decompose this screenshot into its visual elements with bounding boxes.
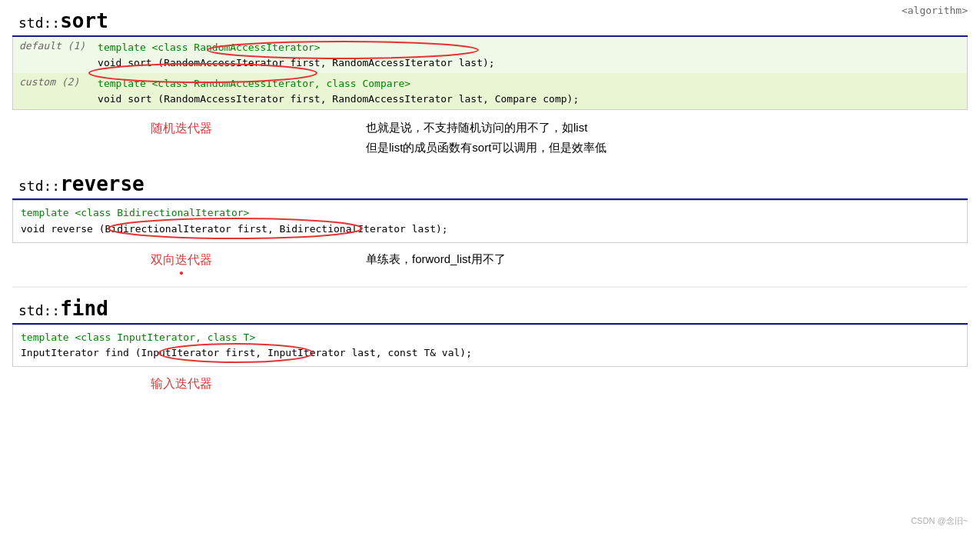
reverse-dot: ●: [12, 268, 350, 277]
sort-header: std:: sort: [12, 6, 968, 37]
sort-custom-line1: template <class RandomAccessIterator, cl…: [98, 76, 961, 92]
reverse-annotation-label: 双向迭代器: [151, 253, 212, 266]
find-func-name: find: [60, 297, 108, 320]
sort-code-table: default (1) template <class RandomAccess…: [12, 37, 968, 110]
reverse-ann-left: 双向迭代器 ●: [12, 249, 350, 277]
reverse-line2: void reverse (BidirectionalIterator firs…: [21, 223, 448, 235]
find-annotation-row: 输入迭代器: [12, 367, 968, 398]
reverse-annotation-text: 单练表，forword_list用不了: [366, 249, 968, 269]
sort-section: std:: sort default (1) template <class R…: [12, 6, 968, 163]
find-code-block: template <class InputIterator, class T> …: [12, 325, 968, 368]
reverse-code-wrapper: template <class BidirectionalIterator> v…: [12, 200, 968, 243]
find-std-prefix: std::: [18, 302, 60, 318]
sort-annotation-text1: 也就是说，不支持随机访问的用不了，如list: [366, 118, 968, 138]
find-ann-left: 输入迭代器: [12, 373, 350, 392]
find-line2: InputIterator find (InputIterator first,…: [21, 347, 472, 358]
sort-func-name: sort: [60, 9, 108, 32]
sort-ann-right: 也就是说，不支持随机访问的用不了，如list 但是list的成员函数有sort可…: [350, 118, 968, 157]
sort-annotation-label: 随机迭代器: [151, 122, 212, 135]
find-annotation-label: 输入迭代器: [151, 377, 212, 390]
algorithm-tag: <algorithm>: [902, 5, 968, 16]
sort-row-custom: custom (2) template <class RandomAccessI…: [13, 73, 968, 110]
sort-ann-left: 随机迭代器: [12, 118, 350, 137]
reverse-code-block: template <class BidirectionalIterator> v…: [12, 200, 968, 243]
find-header: std:: find: [12, 294, 968, 325]
sort-code-default: template <class RandomAccessIterator> vo…: [91, 37, 967, 73]
reverse-annotation-row: 双向迭代器 ● 单练表，forword_list用不了: [12, 243, 968, 283]
page-container: <algorithm> std:: sort default (1) templ…: [0, 0, 980, 533]
sort-row-default: default (1) template <class RandomAccess…: [13, 37, 968, 73]
sort-custom-line2: void sort (RandomAccessIterator first, R…: [98, 92, 961, 107]
find-line1: template <class InputIterator, class T>: [21, 331, 255, 343]
section-divider: [12, 286, 968, 288]
sort-label-default: default (1): [13, 37, 92, 73]
reverse-header: std:: reverse: [12, 169, 968, 200]
find-section: std:: find template <class InputIterator…: [12, 294, 968, 399]
sort-code-custom: template <class RandomAccessIterator, cl…: [91, 73, 967, 110]
sort-default-line2: void sort (RandomAccessIterator first, R…: [98, 55, 961, 71]
reverse-ann-right: 单练表，forword_list用不了: [350, 249, 968, 269]
reverse-line1: template <class BidirectionalIterator>: [21, 207, 249, 218]
reverse-std-prefix: std::: [18, 178, 60, 194]
find-code-wrapper: template <class InputIterator, class T> …: [12, 325, 968, 368]
sort-default-line1: template <class RandomAccessIterator>: [98, 40, 961, 55]
sort-std-prefix: std::: [18, 15, 60, 31]
reverse-func-name: reverse: [60, 172, 145, 195]
sort-code-block: default (1) template <class RandomAccess…: [12, 37, 968, 110]
csdn-watermark: CSDN @念旧~: [911, 515, 968, 527]
sort-label-custom: custom (2): [13, 73, 92, 110]
reverse-section: std:: reverse template <class Bidirectio…: [12, 169, 968, 283]
sort-annotation-text2: 但是list的成员函数有sort可以调用，但是效率低: [366, 138, 968, 158]
sort-annotation-row: 随机迭代器 也就是说，不支持随机访问的用不了，如list 但是list的成员函数…: [12, 112, 968, 163]
